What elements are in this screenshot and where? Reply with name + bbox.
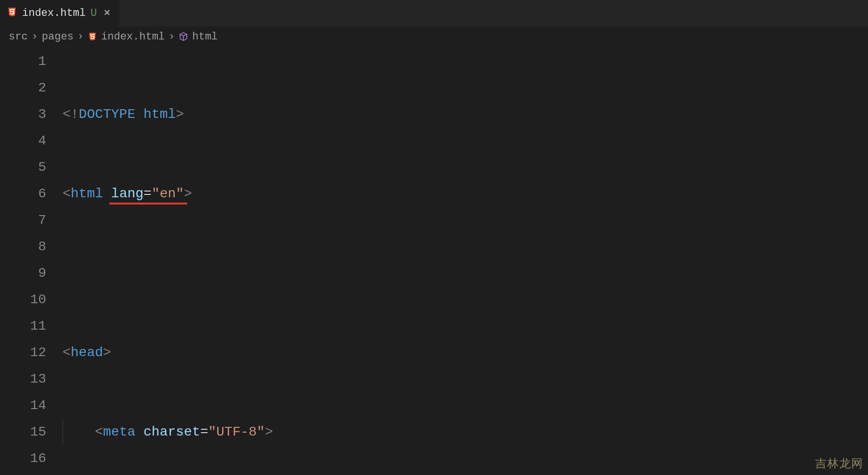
tab-label: index.html xyxy=(22,7,86,19)
line-number: 15 xyxy=(0,419,46,445)
symbol-icon xyxy=(179,30,188,43)
line-number: 9 xyxy=(0,260,46,286)
code-area[interactable]: <!DOCTYPE html> <html lang="en"> <head> … xyxy=(63,48,868,475)
code-line: <!DOCTYPE html> xyxy=(63,101,868,128)
code-line xyxy=(63,260,868,286)
html5-icon xyxy=(7,7,17,20)
line-number: 11 xyxy=(0,313,46,339)
line-number: 6 xyxy=(0,180,46,207)
code-line: <meta charset="UTF-8"> xyxy=(63,419,868,445)
close-icon[interactable]: × xyxy=(102,7,112,20)
line-number: 12 xyxy=(0,339,46,366)
code-editor[interactable]: 1 2 3 4 5 6 7 8 9 10 11 12 13 14 15 16 <… xyxy=(0,48,868,475)
breadcrumb-item[interactable]: pages xyxy=(42,31,74,43)
line-number: 4 xyxy=(0,128,46,154)
tab-modified-indicator: U xyxy=(91,7,97,19)
code-line: <head> xyxy=(63,339,868,366)
tab-bar: index.html U × xyxy=(0,0,868,26)
code-line: <html lang="en"> xyxy=(63,180,868,207)
annotation-underline xyxy=(109,203,187,205)
line-number: 10 xyxy=(0,286,46,313)
chevron-right-icon: › xyxy=(32,31,38,43)
chevron-right-icon: › xyxy=(78,31,84,43)
chevron-right-icon: › xyxy=(168,31,175,43)
line-number: 14 xyxy=(0,392,46,419)
html5-icon xyxy=(88,30,97,43)
line-number: 1 xyxy=(0,48,46,75)
breadcrumb-item[interactable]: src xyxy=(9,31,28,43)
line-number: 13 xyxy=(0,366,46,392)
line-number: 3 xyxy=(0,101,46,128)
line-number: 16 xyxy=(0,445,46,472)
line-number: 2 xyxy=(0,75,46,101)
line-number: 5 xyxy=(0,154,46,180)
line-number: 7 xyxy=(0,207,46,233)
watermark: 吉林龙网 xyxy=(815,456,863,471)
line-number-gutter: 1 2 3 4 5 6 7 8 9 10 11 12 13 14 15 16 xyxy=(0,48,63,475)
tab-index-html[interactable]: index.html U × xyxy=(0,0,120,26)
line-number: 8 xyxy=(0,233,46,260)
breadcrumb-item[interactable]: index.html xyxy=(101,31,165,43)
breadcrumb: src › pages › index.html › html xyxy=(0,26,868,48)
breadcrumb-item[interactable]: html xyxy=(192,31,218,43)
